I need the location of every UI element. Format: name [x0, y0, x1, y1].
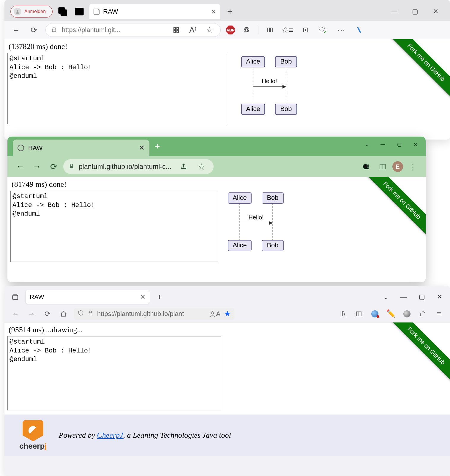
sidepanel-icon[interactable] [376, 160, 389, 173]
favorite-icon[interactable]: ☆ [203, 24, 216, 36]
addon-2-icon[interactable]: ✏️ [385, 308, 397, 320]
new-tab-button[interactable]: + [224, 4, 236, 19]
maximize-button[interactable]: ▢ [397, 142, 402, 147]
forward-button[interactable]: → [26, 308, 37, 320]
chrome-toolbar: ← → ⟳ plantuml.github.io/plantuml-c... ☆… [7, 156, 426, 177]
reader-icon[interactable] [353, 308, 364, 320]
fork-ribbon[interactable]: Fork me on GitHub [357, 177, 426, 245]
svg-rect-2 [61, 10, 67, 16]
forward-button[interactable]: → [30, 160, 44, 173]
actor-bob: Bob [280, 58, 292, 65]
refresh-button[interactable]: ⟳ [47, 160, 60, 173]
list-tabs-icon[interactable]: ⌄ [383, 293, 389, 301]
firefox-window: RAW ✕ + ⌄ ― ▢ ✕ ← → ⟳ https://plantuml.g… [4, 286, 450, 476]
tab-actions-icon[interactable] [73, 5, 86, 18]
url-text: https://plantuml.github.io/plant [97, 310, 184, 318]
source-textarea[interactable]: @startuml Alice -> Bob : Hello! @enduml [10, 191, 218, 262]
new-tab-button[interactable]: + [149, 138, 165, 155]
tab-search-icon[interactable]: ⌄ [365, 142, 369, 147]
favorites-icon[interactable]: ✩≡ [282, 24, 294, 36]
browser-tab[interactable]: RAW ✕ [13, 140, 149, 156]
maximize-button[interactable]: ▢ [419, 293, 425, 301]
app-view-icon[interactable] [170, 24, 182, 36]
cheerpj-footer: cheerpj Powered by CheerpJ, a Leaning Te… [4, 415, 450, 456]
close-tab-icon[interactable]: ✕ [139, 144, 145, 152]
footer-credit: Powered by CheerpJ, a Leaning Technologi… [59, 431, 231, 440]
minimize-button[interactable]: ― [400, 293, 407, 301]
browser-tab[interactable]: RAW × [89, 4, 220, 19]
cheerpj-link[interactable]: CheerpJ [97, 431, 123, 439]
close-window-button[interactable]: ✕ [437, 293, 442, 301]
minimize-button[interactable]: ― [380, 142, 385, 147]
actor-alice: Alice [246, 58, 260, 65]
menu-icon[interactable]: ≡ [433, 308, 445, 320]
svg-text:Hello!: Hello! [248, 214, 263, 221]
svg-rect-6 [177, 28, 179, 29]
adblock-icon[interactable]: ABP [226, 26, 235, 34]
person-icon [14, 8, 21, 15]
source-textarea[interactable]: @startuml Alice -> Bob : Hello! @enduml [7, 53, 227, 124]
svg-marker-33 [269, 221, 273, 225]
tab-title: RAW [28, 144, 42, 151]
home-button[interactable] [58, 308, 69, 320]
message-label: Hello! [262, 78, 277, 84]
favorite-icon[interactable]: ☆ [195, 160, 208, 173]
sequence-diagram: Alice Bob Hello! Alice Bob [239, 54, 301, 119]
svg-rect-23 [380, 164, 385, 169]
login-label: Anmelden [24, 9, 46, 14]
browser-tab[interactable]: RAW ✕ [25, 290, 150, 304]
address-bar[interactable]: https://plantuml.github.io/plant 文A ★ [74, 308, 234, 320]
address-bar[interactable]: plantuml.github.io/plantuml-c... ☆ [63, 159, 214, 174]
refresh-button[interactable]: ⟳ [42, 308, 53, 320]
tab-title: RAW [103, 8, 118, 15]
svg-point-0 [17, 10, 18, 12]
source-textarea[interactable]: @startuml Alice -> Bob : Hello! @enduml [7, 336, 221, 410]
addon-3-icon[interactable] [401, 308, 413, 320]
bookmark-icon[interactable]: ★ [224, 309, 231, 318]
extensions-icon[interactable] [359, 160, 373, 173]
profile-avatar[interactable]: E [392, 161, 403, 172]
svg-text:Alice: Alice [233, 194, 247, 201]
address-bar[interactable]: https://plantuml.git... A⁾ ☆ [45, 23, 221, 37]
recent-tabs-icon[interactable] [9, 291, 21, 303]
addon-1-icon[interactable]: ✖ [369, 308, 380, 320]
url-text: plantuml.github.io/plantuml-c... [79, 163, 171, 171]
close-tab-icon[interactable]: ✕ [140, 293, 146, 301]
library-icon[interactable]: ll\ [337, 308, 348, 320]
workspaces-icon[interactable] [56, 5, 69, 18]
close-window-button[interactable]: ✕ [413, 142, 417, 147]
shield-icon[interactable] [78, 310, 84, 318]
close-window-button[interactable]: ✕ [430, 8, 442, 15]
fork-ribbon[interactable]: Fork me on GitHub [382, 39, 450, 107]
svg-text:Bob: Bob [267, 194, 278, 201]
new-tab-button[interactable]: + [154, 290, 165, 303]
read-aloud-icon[interactable]: A⁾ [187, 24, 199, 36]
back-button[interactable]: ← [10, 308, 21, 320]
back-button[interactable]: ← [13, 160, 27, 173]
fork-ribbon[interactable]: Fork me on GitHub [382, 322, 450, 391]
svg-rect-5 [174, 28, 176, 29]
chrome-window: RAW ✕ + ⌄ ― ▢ ✕ ← → ⟳ plantuml.github.io… [7, 137, 426, 282]
svg-rect-3 [75, 8, 83, 15]
health-icon[interactable]: ♡✓ [317, 24, 330, 36]
back-button[interactable]: ← [10, 24, 22, 36]
url-text: https://plantuml.git... [62, 26, 120, 34]
translate-icon[interactable]: 文A [209, 309, 220, 318]
share-icon[interactable] [177, 160, 190, 173]
collections-icon[interactable] [299, 24, 312, 36]
split-screen-icon[interactable] [264, 24, 276, 36]
login-button[interactable]: Anmelden [10, 6, 53, 18]
minimize-button[interactable]: ― [388, 8, 400, 15]
cheerpj-shield-icon [23, 420, 43, 442]
globe-icon [18, 145, 24, 151]
extensions-icon[interactable] [417, 308, 429, 320]
more-icon[interactable]: ⋯ [335, 24, 348, 36]
page-icon [94, 9, 100, 15]
refresh-button[interactable]: ⟳ [28, 24, 40, 36]
extensions-icon[interactable] [240, 24, 253, 36]
window-controls: ⌄ ― ▢ ✕ [383, 293, 445, 301]
close-tab-icon[interactable]: × [211, 7, 216, 16]
maximize-button[interactable]: ▢ [409, 8, 421, 15]
more-icon[interactable]: ⋮ [406, 160, 420, 173]
copilot-icon[interactable] [353, 24, 365, 36]
